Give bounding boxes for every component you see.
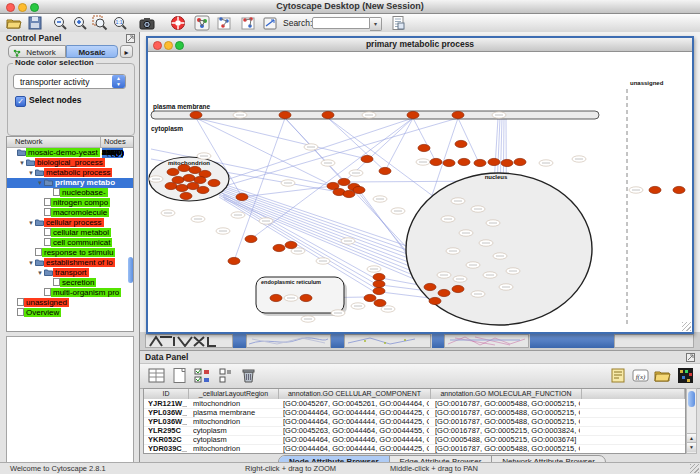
float-panel-icon[interactable]: [126, 34, 135, 43]
search-dropdown-icon[interactable]: ▾: [370, 17, 382, 31]
background-window[interactable]: [614, 334, 694, 348]
scroll-down-icon[interactable]: ▼: [687, 442, 696, 452]
network-node[interactable]: [373, 280, 385, 287]
node-color-dropdown[interactable]: transporter activity ▲▼: [13, 74, 126, 89]
network-node[interactable]: [165, 182, 177, 189]
disclosure-triangle-icon[interactable]: ▼: [28, 258, 35, 268]
search-input[interactable]: [312, 17, 370, 29]
network-edge[interactable]: [222, 193, 412, 267]
disclosure-triangle-icon[interactable]: ▼: [19, 158, 26, 168]
network-node[interactable]: [514, 158, 526, 165]
window-resize-grip[interactable]: [682, 322, 691, 331]
layout-icon-red[interactable]: [240, 15, 256, 31]
table-column-header[interactable]: ID: [144, 389, 189, 399]
zoom-fit-icon[interactable]: 1:1: [112, 15, 128, 31]
network-node[interactable]: [673, 186, 685, 193]
save-icon[interactable]: [27, 15, 43, 31]
layout-icon-blue[interactable]: [216, 15, 232, 31]
unselect-attributes-icon[interactable]: [217, 367, 234, 384]
background-window-border[interactable]: [432, 334, 444, 348]
network-node[interactable]: [443, 159, 455, 166]
tree-row[interactable]: multi-organism pro42(0): [7, 288, 133, 298]
column-divider[interactable]: [100, 137, 101, 147]
new-attribute-icon[interactable]: [171, 367, 188, 384]
network-edge[interactable]: [328, 118, 385, 171]
tree-scrollbar-thumb[interactable]: [128, 257, 133, 283]
tree-row[interactable]: cellular metabol209(0): [7, 228, 133, 238]
tab-network[interactable]: Network: [8, 45, 66, 58]
network-node[interactable]: [208, 179, 220, 186]
network-node[interactable]: [197, 186, 209, 193]
open-folder-icon[interactable]: [6, 15, 22, 31]
network-node[interactable]: [430, 158, 442, 165]
tab-mosaic[interactable]: Mosaic: [66, 45, 118, 58]
background-window[interactable]: [145, 334, 233, 348]
network-node[interactable]: [458, 158, 470, 165]
tree-row[interactable]: unassigned223(0): [7, 298, 133, 308]
background-window-border[interactable]: [331, 334, 344, 348]
background-window-border[interactable]: [233, 334, 246, 348]
table-row[interactable]: YDR039C__1mitochondrion[GO:0044464, GO:0…: [144, 444, 685, 454]
network-node[interactable]: [379, 167, 391, 174]
network-node[interactable]: [236, 193, 248, 200]
network-node[interactable]: [285, 241, 297, 248]
tree-row[interactable]: nucleobase-209(0): [7, 188, 133, 198]
network-node[interactable]: [474, 159, 486, 166]
snapshot-camera-icon[interactable]: [139, 15, 155, 31]
delete-attribute-icon[interactable]: [240, 367, 257, 384]
network-node[interactable]: [167, 168, 179, 175]
background-window[interactable]: [246, 334, 331, 348]
network-node[interactable]: [452, 285, 464, 292]
background-window[interactable]: [444, 334, 529, 348]
label-icon[interactable]: [610, 367, 627, 384]
tree-row[interactable]: ▼establishment of lo558(0): [7, 258, 133, 268]
import-icon[interactable]: [654, 367, 671, 384]
tree-row[interactable]: macromolecule311(0): [7, 208, 133, 218]
network-node[interactable]: [273, 244, 285, 251]
help-lifering-icon[interactable]: [170, 15, 186, 31]
network-overview-icon[interactable]: [194, 15, 210, 31]
zoom-selected-icon[interactable]: [92, 15, 108, 31]
network-edge[interactable]: [234, 118, 285, 261]
background-window-border[interactable]: [530, 334, 614, 348]
network-node[interactable]: [245, 235, 257, 242]
disclosure-triangle-icon[interactable]: ▼: [37, 268, 44, 278]
matrix-icon[interactable]: [677, 367, 694, 384]
zoom-in-icon[interactable]: [72, 15, 88, 31]
network-node[interactable]: [407, 111, 419, 118]
network-node[interactable]: [322, 111, 334, 118]
tab-overflow-arrow-icon[interactable]: ▸: [120, 45, 133, 58]
network-node[interactable]: [452, 111, 464, 118]
float-panel-icon[interactable]: [686, 353, 695, 362]
network-node[interactable]: [373, 273, 385, 280]
tree-row[interactable]: ▼cellular process614(0): [7, 218, 133, 228]
tree-row[interactable]: ▼transport558(0): [7, 268, 133, 278]
app-resize-grip[interactable]: [690, 464, 699, 473]
network-node[interactable]: [279, 111, 291, 118]
network-node[interactable]: [176, 184, 188, 191]
disclosure-triangle-icon[interactable]: ▼: [28, 168, 35, 178]
network-edge[interactable]: [196, 118, 367, 159]
attribute-panel-icon[interactable]: [148, 367, 165, 384]
disclosure-triangle-icon[interactable]: ▼: [37, 178, 44, 188]
tree-row[interactable]: response to stimulu264(0): [7, 248, 133, 258]
select-nodes-checkbox[interactable]: ✓: [15, 96, 26, 107]
network-node[interactable]: [438, 289, 450, 296]
network-edge[interactable]: [218, 191, 376, 279]
network-node[interactable]: [649, 186, 661, 193]
tree-row[interactable]: ▼metabolic process280(0): [7, 168, 133, 178]
network-node[interactable]: [373, 287, 385, 294]
network-node[interactable]: [183, 174, 195, 181]
network-node[interactable]: [228, 257, 240, 264]
tree-row[interactable]: secretion41(0): [7, 278, 133, 288]
network-canvas[interactable]: plasma membrane cytoplasm mitochondrion …: [148, 51, 692, 330]
table-column-header[interactable]: _cellularLayoutRegion: [189, 389, 279, 399]
tree-row[interactable]: ▼biological_process651(0): [7, 158, 133, 168]
table-scrollbar[interactable]: ▲ ▼: [686, 388, 697, 454]
tree-row[interactable]: ▼primary metabo209(...: [7, 178, 133, 188]
network-node[interactable]: [424, 283, 436, 290]
table-column-header[interactable]: annotation.GO CELLULAR_COMPONENT: [279, 389, 431, 399]
network-node[interactable]: [300, 294, 312, 301]
network-window-titlebar[interactable]: primary metabolic process: [148, 38, 692, 52]
network-node[interactable]: [501, 159, 513, 166]
